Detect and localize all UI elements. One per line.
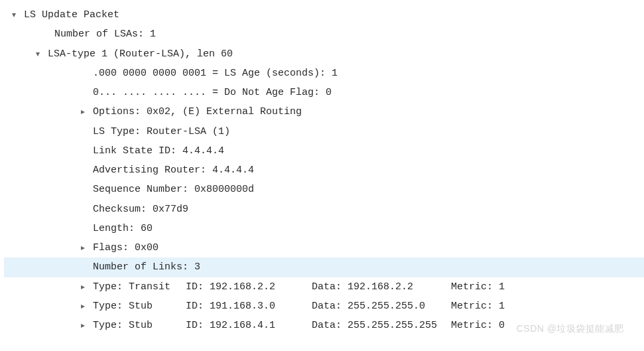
field-ls-age[interactable]: .000 0000 0000 0001 = LS Age (seconds): … bbox=[4, 64, 644, 83]
link-id: ID: 192.168.4.1 bbox=[186, 316, 312, 335]
link-row-0[interactable]: ▸ Type: Transit ID: 192.168.2.2 Data: 19… bbox=[4, 277, 644, 297]
caret-down-icon[interactable]: ▾ bbox=[12, 7, 24, 23]
field-adv-router[interactable]: Advertising Router: 4.4.4.4 bbox=[4, 161, 644, 180]
flags-text: Flags: 0x00 bbox=[93, 238, 159, 257]
lsa-node[interactable]: ▾ LSA-type 1 (Router-LSA), len 60 bbox=[4, 44, 644, 64]
link-type: Type: Stub bbox=[93, 316, 186, 335]
caret-right-icon[interactable]: ▸ bbox=[81, 104, 93, 119]
checksum-text: Checksum: 0x77d9 bbox=[93, 200, 188, 219]
dna-flag-text: 0... .... .... .... = Do Not Age Flag: 0 bbox=[93, 83, 332, 102]
link-metric: Metric: 1 bbox=[451, 277, 505, 297]
link-id: ID: 191.168.3.0 bbox=[186, 297, 312, 316]
link-type: Type: Transit bbox=[93, 277, 186, 297]
link-id: ID: 192.168.2.2 bbox=[186, 277, 312, 297]
field-flags[interactable]: ▸ Flags: 0x00 bbox=[4, 238, 644, 257]
adv-router-text: Advertising Router: 4.4.4.4 bbox=[93, 161, 254, 180]
options-text: Options: 0x02, (E) External Routing bbox=[93, 102, 302, 121]
ls-type-text: LS Type: Router-LSA (1) bbox=[93, 122, 230, 141]
root-label: LS Update Packet bbox=[24, 5, 119, 25]
link-row-1[interactable]: ▸ Type: Stub ID: 191.168.3.0 Data: 255.2… bbox=[4, 297, 644, 316]
tree-root[interactable]: ▾ LS Update Packet bbox=[4, 5, 644, 25]
link-data: Data: 255.255.255.255 bbox=[312, 316, 451, 335]
link-data: Data: 255.255.255.0 bbox=[312, 297, 451, 316]
field-link-state-id[interactable]: Link State ID: 4.4.4.4 bbox=[4, 141, 644, 161]
field-num-lsas[interactable]: Number of LSAs: 1 bbox=[4, 25, 644, 44]
link-type: Type: Stub bbox=[93, 297, 186, 316]
link-data: Data: 192.168.2.2 bbox=[312, 277, 451, 297]
lsa-header-text: LSA-type 1 (Router-LSA), len 60 bbox=[48, 44, 233, 64]
caret-right-icon[interactable]: ▸ bbox=[81, 318, 93, 333]
link-state-id-text: Link State ID: 4.4.4.4 bbox=[93, 141, 224, 161]
length-text: Length: 60 bbox=[93, 219, 153, 238]
caret-right-icon[interactable]: ▸ bbox=[81, 299, 93, 314]
field-options[interactable]: ▸ Options: 0x02, (E) External Routing bbox=[4, 102, 644, 121]
num-lsas-text: Number of LSAs: 1 bbox=[54, 25, 156, 44]
caret-right-icon[interactable]: ▸ bbox=[81, 279, 93, 295]
link-metric: Metric: 1 bbox=[451, 297, 505, 316]
field-ls-type[interactable]: LS Type: Router-LSA (1) bbox=[4, 122, 644, 141]
field-num-links[interactable]: Number of Links: 3 bbox=[4, 257, 644, 277]
caret-right-icon[interactable]: ▸ bbox=[81, 240, 93, 255]
link-row-2[interactable]: ▸ Type: Stub ID: 192.168.4.1 Data: 255.2… bbox=[4, 316, 644, 335]
field-dna-flag[interactable]: 0... .... .... .... = Do Not Age Flag: 0 bbox=[4, 83, 644, 102]
field-length[interactable]: Length: 60 bbox=[4, 219, 644, 238]
caret-down-icon[interactable]: ▾ bbox=[36, 46, 48, 62]
ls-age-text: .000 0000 0000 0001 = LS Age (seconds): … bbox=[93, 64, 338, 83]
field-sequence[interactable]: Sequence Number: 0x8000000d bbox=[4, 180, 644, 199]
sequence-text: Sequence Number: 0x8000000d bbox=[93, 180, 254, 199]
field-checksum[interactable]: Checksum: 0x77d9 bbox=[4, 200, 644, 219]
link-metric: Metric: 0 bbox=[451, 316, 505, 335]
num-links-text: Number of Links: 3 bbox=[93, 257, 200, 277]
